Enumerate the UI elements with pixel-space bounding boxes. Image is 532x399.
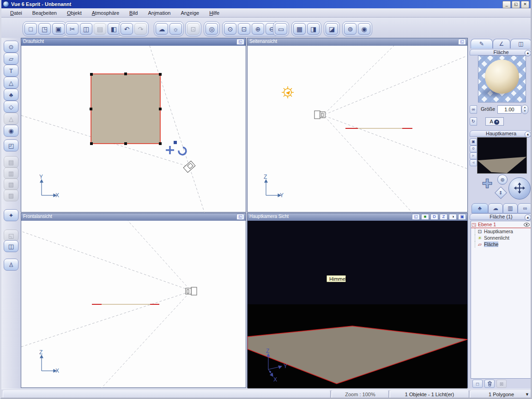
save-camera-icon[interactable]: ▣: [470, 139, 477, 145]
open-file-button[interactable]: ◳: [38, 23, 51, 35]
save-view-icon[interactable]: ▣: [458, 214, 466, 220]
save-file-button[interactable]: ▣: [52, 23, 65, 35]
paste-button[interactable]: ▤: [94, 23, 106, 35]
alpha-dropdown[interactable]: A ▼: [485, 117, 504, 126]
detach-view-icon[interactable]: ◱: [412, 214, 420, 220]
camera-control-button[interactable]: ⊚: [344, 23, 357, 35]
plane-tool-button[interactable]: ▱: [4, 53, 18, 65]
tab-layer-objects[interactable]: ♣: [472, 203, 488, 213]
tab-layer-clouds[interactable]: ☁: [488, 203, 503, 213]
front-view-header[interactable]: Frontalansicht ◱: [21, 213, 246, 221]
new-file-button[interactable]: □: [24, 23, 37, 35]
duplicate-button[interactable]: ◧: [108, 23, 120, 35]
text-tool-button[interactable]: T: [4, 65, 18, 77]
layer-item-hauptkamera[interactable]: ⊡ Hauptkamera: [475, 228, 531, 235]
spinner-up-icon[interactable]: ▴: [522, 105, 528, 109]
copy-button[interactable]: ◫: [80, 23, 92, 35]
menu-atmosphaere[interactable]: Atmosphäre: [87, 9, 124, 17]
edit-object-button[interactable]: ▧: [4, 178, 18, 190]
paste-object-button[interactable]: ⊡: [187, 23, 200, 35]
object-options-button[interactable]: ▨: [4, 189, 18, 201]
zoom-previous-button[interactable]: ⊙: [224, 23, 236, 35]
light-tool-button[interactable]: ✦: [4, 209, 18, 221]
spinner-down-icon[interactable]: ▾: [522, 109, 528, 113]
collapse-camera-button[interactable]: ▲: [525, 131, 531, 138]
planet-tool-button[interactable]: ◉: [4, 125, 18, 137]
detach-view-icon[interactable]: ◱: [236, 39, 244, 45]
size-input[interactable]: 1.00: [497, 105, 521, 114]
trackball-button[interactable]: [508, 177, 531, 200]
terrain-tool-button[interactable]: △: [4, 77, 18, 89]
camera-mode-button[interactable]: ⊚: [497, 175, 508, 185]
tab-numerics[interactable]: ∠: [493, 39, 510, 48]
layer-options-button[interactable]: ⊠: [496, 380, 507, 388]
quality-square-icon[interactable]: ■: [421, 214, 429, 220]
import-object-button[interactable]: ◰: [4, 139, 18, 151]
side-view-header[interactable]: Seitenansicht ◱: [248, 38, 467, 46]
tab-layer-materials[interactable]: ▥: [503, 203, 518, 213]
atmosphere-editor-button[interactable]: ☼: [169, 23, 182, 35]
add-layer-button[interactable]: □: [472, 380, 483, 388]
menu-hilfe[interactable]: Hilfe: [204, 9, 224, 17]
camera-view-header[interactable]: Hauptkamera Sicht ◱ ■ D Z ◑ ▣: [248, 213, 467, 221]
export-object-button[interactable]: ▥: [4, 167, 18, 179]
render-button[interactable]: ▦: [293, 23, 306, 35]
next-camera-icon[interactable]: ▹: [470, 152, 477, 159]
render-view-icon[interactable]: ◑: [449, 214, 457, 220]
detach-view-icon[interactable]: ◱: [236, 214, 244, 220]
zoom-rectangle-button[interactable]: ⊡: [238, 23, 250, 35]
load-atmosphere-button[interactable]: ☁: [156, 23, 168, 35]
animation-wizard-button[interactable]: ◪: [326, 23, 338, 35]
figure-tool-button[interactable]: ♙: [4, 259, 18, 271]
material-preview[interactable]: [478, 55, 526, 103]
layer-item-sonnenlicht[interactable]: ☀ Sonnenlicht: [475, 235, 531, 241]
zoom-in-button[interactable]: ⊕: [252, 23, 264, 35]
cut-button[interactable]: ✂: [66, 23, 79, 35]
link-icon[interactable]: ∞: [470, 105, 477, 114]
tab-layer-links[interactable]: ∞: [518, 203, 532, 213]
top-view-header[interactable]: Draufsicht ◱: [21, 38, 246, 46]
delete-layer-button[interactable]: [484, 380, 495, 388]
zbuffer-mode-icon[interactable]: Z: [440, 214, 447, 220]
elevation-button[interactable]: ⇕: [495, 187, 507, 199]
size-spinner[interactable]: ▴ ▾: [521, 105, 528, 114]
refresh-icon[interactable]: ↻: [470, 117, 477, 126]
undo-button[interactable]: ↶: [121, 23, 133, 35]
top-view-canvas[interactable]: Y X: [21, 46, 246, 213]
snapshot-button[interactable]: ◉: [358, 23, 370, 35]
infinite-terrain-button[interactable]: △: [4, 113, 18, 125]
menu-bild[interactable]: Bild: [124, 9, 143, 17]
status-polygons[interactable]: 1 Polygone ▼: [470, 390, 532, 399]
front-view-canvas[interactable]: Z X: [21, 221, 246, 388]
group-tool-button[interactable]: ◫: [4, 240, 18, 252]
render-options-button[interactable]: ◎: [206, 23, 218, 35]
draft-mode-icon[interactable]: D: [430, 214, 438, 220]
layer-root-row[interactable]: ◳ Ebene 1: [471, 221, 531, 228]
close-button[interactable]: ✕: [521, 1, 529, 8]
camera-view-canvas[interactable]: Himmel Z Y X: [248, 221, 467, 388]
menu-bearbeiten[interactable]: Bearbeiten: [27, 9, 62, 17]
minimize-button[interactable]: _: [502, 1, 511, 8]
tab-material[interactable]: ✎: [471, 39, 493, 48]
menu-datei[interactable]: Datei: [5, 9, 27, 17]
menu-anzeige[interactable]: Anzeige: [175, 9, 204, 17]
detach-view-icon[interactable]: ◱: [458, 39, 466, 45]
save-render-button[interactable]: ◨: [307, 23, 320, 35]
side-view-canvas[interactable]: Z Y: [248, 46, 467, 213]
save-object-button[interactable]: ▤: [4, 156, 18, 168]
rock-tool-button[interactable]: ◇: [4, 101, 18, 113]
camera-preview[interactable]: [477, 137, 527, 174]
eye-icon[interactable]: [524, 223, 530, 227]
prev-camera-icon[interactable]: ◃: [470, 159, 477, 166]
collapse-layers-button[interactable]: ▲: [525, 214, 531, 221]
display-options-button[interactable]: ▭: [275, 23, 287, 35]
zoom-tool-button[interactable]: ⊙: [4, 41, 18, 53]
menu-animation[interactable]: Animation: [143, 9, 175, 17]
redo-button[interactable]: ↷: [134, 23, 147, 35]
menu-objekt[interactable]: Objekt: [62, 9, 87, 17]
layer-item-flaeche[interactable]: ▱ Fläche: [475, 241, 531, 248]
tab-objects[interactable]: ◫: [510, 39, 532, 48]
restore-button[interactable]: ◱: [512, 1, 520, 8]
pan-pad-button[interactable]: ✚: [480, 176, 495, 191]
vegetation-tool-button[interactable]: ♣: [4, 89, 18, 101]
